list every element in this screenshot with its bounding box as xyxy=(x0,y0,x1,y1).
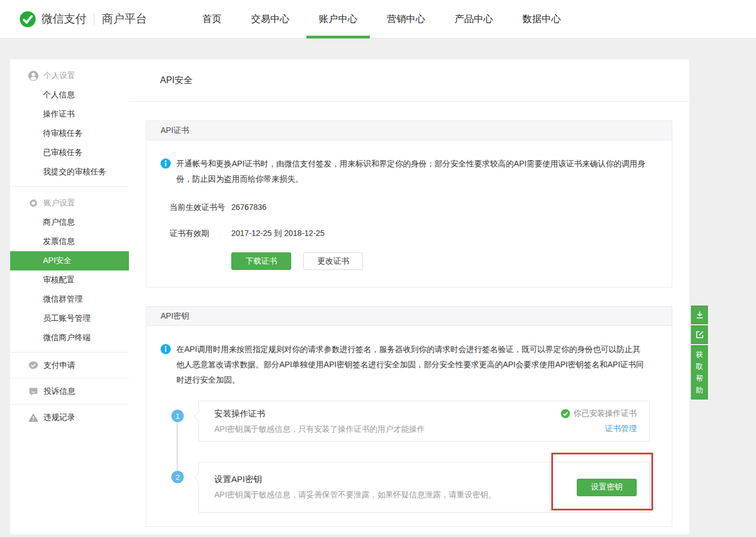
step-2-title: 设置API密钥 xyxy=(214,474,496,485)
sidebar-item-api-security[interactable]: API安全 xyxy=(10,251,129,270)
nav-item-account-center[interactable]: 账户中心 xyxy=(306,0,370,38)
nav-item-home[interactable]: 首页 xyxy=(190,0,234,38)
sidebar-item-review-config[interactable]: 审核配置 xyxy=(10,270,129,290)
sidebar-link-label: 违规记录 xyxy=(44,413,75,423)
cert-number-label: 当前生效证书号 xyxy=(170,203,231,213)
download-cert-button[interactable]: 下载证书 xyxy=(231,252,291,270)
user-icon xyxy=(28,71,38,81)
get-help-button[interactable]: 获取帮助 xyxy=(691,345,708,399)
sidebar-section-personal-settings-header: 个人设置 xyxy=(10,66,129,85)
info-icon xyxy=(161,344,171,354)
download-tool-button[interactable] xyxy=(691,306,708,324)
key-info-row: 在API调用时用来按照指定规则对你的请求参数进行签名，服务器收到你的请求时会进行… xyxy=(161,342,658,388)
sidebar-item-staff-account-management[interactable]: 员工账号管理 xyxy=(10,309,129,328)
sidebar-item-invoice-info[interactable]: 发票信息 xyxy=(10,232,129,251)
check-circle-icon xyxy=(561,409,570,418)
nav-item-data-center[interactable]: 数据中心 xyxy=(510,0,573,38)
info-icon xyxy=(161,158,171,169)
step-2-card: 设置API密钥 API密钥属于敏感信息，请妥善保管不要泄露，如果怀疑信息泄露，请… xyxy=(198,462,650,513)
page-title: API安全 xyxy=(160,75,193,87)
feedback-tool-button[interactable] xyxy=(691,325,708,344)
brand-name: 微信支付 xyxy=(41,11,87,27)
warning-icon xyxy=(28,413,38,423)
api-cert-panel: API证书 开通帐号和更换API证书时，由微信支付签发，用来标识和界定你的身份；… xyxy=(146,121,672,287)
brand-logo[interactable]: 微信支付 商户平台 xyxy=(20,11,147,27)
cert-management-link[interactable]: 证书管理 xyxy=(605,424,637,434)
sidebar-item-reviewed-tasks[interactable]: 已审核任务 xyxy=(10,143,129,162)
float-toolbar: 获取帮助 xyxy=(691,306,708,399)
sidebar-section-title: 个人设置 xyxy=(44,71,75,81)
cert-number-value: 26767836 xyxy=(231,203,266,212)
sidebar-item-wechat-group-management[interactable]: 微信群管理 xyxy=(10,290,129,309)
sidebar: 个人设置 个人信息 操作证书 待审核任务 已审核任务 我提交的审核任务 账户设置… xyxy=(10,59,129,534)
sidebar-item-complaint-info[interactable]: 投诉信息 xyxy=(10,379,129,404)
sidebar-item-personal-info[interactable]: 个人信息 xyxy=(10,85,129,105)
sidebar-section-personal-settings: 个人设置 个人信息 操作证书 待审核任务 已审核任务 我提交的审核任务 xyxy=(10,59,129,186)
brand-divider xyxy=(94,13,94,25)
cert-info-row: 开通帐号和更换API证书时，由微信支付签发，用来标识和界定你的身份；部分安全性要… xyxy=(161,156,658,187)
sidebar-item-wechat-merchant-terminal[interactable]: 微信商户终端 xyxy=(10,328,129,347)
page-title-row: API安全 xyxy=(129,59,689,102)
step-1-card: 安装操作证书 API密钥属于敏感信息，只有安装了操作证书的用户才能操作 你已安装… xyxy=(198,401,650,442)
api-key-panel-body: 在API调用时用来按照指定规则对你的请求参数进行签名，服务器收到你的请求时会进行… xyxy=(146,326,672,526)
wechat-pay-logo-icon xyxy=(20,11,36,27)
cert-validity-value: 2017-12-25 到 2018-12-25 xyxy=(231,229,325,238)
gear-icon xyxy=(28,198,38,208)
step-set-api-key: 2 设置API密钥 API密钥属于敏感信息，请妥善保管不要泄露，如果怀疑信息泄露… xyxy=(161,462,658,513)
api-cert-panel-header: API证书 xyxy=(146,121,672,140)
cert-validity-label: 证书有效期 xyxy=(170,229,231,239)
step-2-text: 设置API密钥 API密钥属于敏感信息，请妥善保管不要泄露，如果怀疑信息泄露，请… xyxy=(199,474,496,500)
nav-item-transaction-center[interactable]: 交易中心 xyxy=(239,0,302,38)
sidebar-item-pending-review-tasks[interactable]: 待审核任务 xyxy=(10,124,129,143)
api-cert-panel-title: API证书 xyxy=(161,126,189,136)
step-2-action-area: 设置密钥 xyxy=(577,479,649,496)
sidebar-section-title: 账户设置 xyxy=(44,198,75,208)
cert-info-text: 开通帐号和更换API证书时，由微信支付签发，用来标识和界定你的身份；部分安全性要… xyxy=(176,156,646,187)
chat-check-icon xyxy=(28,360,38,371)
sidebar-section-account-settings: 账户设置 商户信息 发票信息 API安全 审核配置 微信群管理 员工账号管理 微… xyxy=(10,187,129,352)
brand-subtitle: 商户平台 xyxy=(102,11,147,27)
comment-icon xyxy=(28,386,38,397)
step-1-title: 安装操作证书 xyxy=(214,409,425,419)
nav-item-product-center[interactable]: 产品中心 xyxy=(442,0,506,38)
cert-number-row: 当前生效证书号26767836 xyxy=(161,203,658,213)
change-cert-button[interactable]: 更改证书 xyxy=(303,252,363,270)
cert-buttons-row: 下载证书 更改证书 xyxy=(161,252,658,270)
sidebar-item-merchant-info[interactable]: 商户信息 xyxy=(10,213,129,232)
step-1-text: 安装操作证书 API密钥属于敏感信息，只有安装了操作证书的用户才能操作 xyxy=(199,409,425,435)
sidebar-link-label: 投诉信息 xyxy=(44,386,75,397)
sidebar-item-violation-records[interactable]: 违规记录 xyxy=(10,405,129,430)
step-1-status-area: 你已安装操作证书 证书管理 xyxy=(561,409,649,434)
step-1-number: 1 xyxy=(171,410,184,422)
nav-item-marketing-center[interactable]: 营销中心 xyxy=(374,0,438,38)
api-key-steps: 1 安装操作证书 API密钥属于敏感信息，只有安装了操作证书的用户才能操作 xyxy=(161,401,658,513)
sidebar-item-payment-application[interactable]: 支付申请 xyxy=(10,353,129,378)
sidebar-section-account-settings-header: 账户设置 xyxy=(10,194,129,213)
main-nav: 首页 交易中心 账户中心 营销中心 产品中心 数据中心 xyxy=(188,0,576,38)
set-api-key-button[interactable]: 设置密钥 xyxy=(577,479,637,496)
sidebar-item-my-submitted-review-tasks[interactable]: 我提交的审核任务 xyxy=(10,162,129,182)
step-2-desc: API密钥属于敏感信息，请妥善保管不要泄露，如果怀疑信息泄露，请重设密钥。 xyxy=(214,490,496,500)
top-header: 微信支付 商户平台 首页 交易中心 账户中心 营销中心 产品中心 数据中心 xyxy=(0,0,756,38)
step-1-status: 你已安装操作证书 xyxy=(561,409,637,419)
sidebar-item-operation-certificate[interactable]: 操作证书 xyxy=(10,105,129,124)
step-1-status-text: 你已安装操作证书 xyxy=(573,409,637,419)
sidebar-link-label: 支付申请 xyxy=(44,360,75,371)
cert-validity-row: 证书有效期2017-12-25 到 2018-12-25 xyxy=(161,229,658,239)
key-info-text: 在API调用时用来按照指定规则对你的请求参数进行签名，服务器收到你的请求时会进行… xyxy=(176,342,646,388)
main-content: API安全 API证书 开通帐号和更换API证书时，由微信支付签发，用来标识和界… xyxy=(129,59,689,534)
api-key-panel-title: API密钥 xyxy=(161,311,189,321)
step-1-desc: API密钥属于敏感信息，只有安装了操作证书的用户才能操作 xyxy=(214,424,425,435)
api-key-panel: API密钥 在API调用时用来按照指定规则对你的请求参数进行签名，服务器收到你的… xyxy=(146,306,672,527)
api-cert-panel-body: 开通帐号和更换API证书时，由微信支付签发，用来标识和界定你的身份；部分安全性要… xyxy=(146,140,672,287)
step-2-number: 2 xyxy=(171,471,184,483)
api-key-panel-header: API密钥 xyxy=(146,307,672,326)
download-icon xyxy=(695,310,705,320)
step-install-cert: 1 安装操作证书 API密钥属于敏感信息，只有安装了操作证书的用户才能操作 xyxy=(161,401,658,442)
edit-icon xyxy=(695,330,705,340)
